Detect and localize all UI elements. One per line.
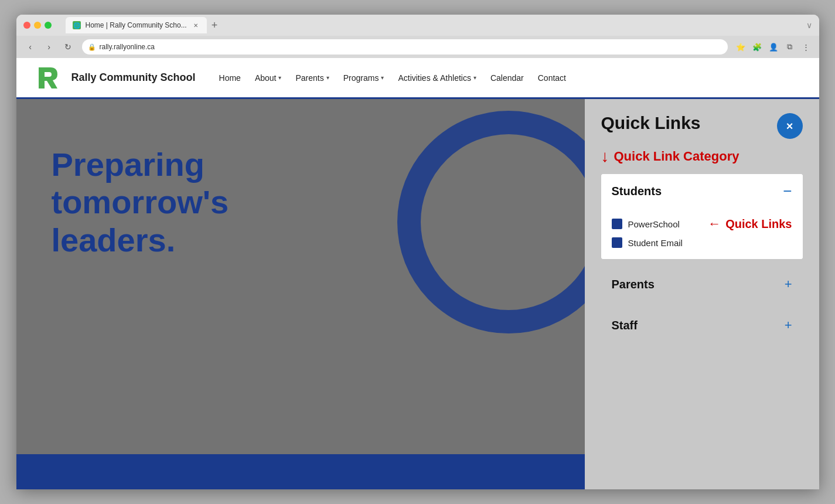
site-name: Rally Community School (71, 71, 196, 84)
quick-links-annotation-label: Quick Links (725, 217, 792, 231)
close-panel-button[interactable]: × (777, 113, 803, 139)
tab-title: Home | Rally Community Scho... (86, 21, 187, 29)
close-window-button[interactable] (23, 22, 30, 29)
extension-icon[interactable]: 🧩 (751, 41, 763, 53)
site-logo: Rally Community School (34, 63, 196, 93)
lock-icon: 🔒 (88, 43, 96, 51)
staff-category-title: Staff (612, 319, 638, 332)
hero-section: Preparing tomorrow's leaders. (16, 99, 585, 489)
fullscreen-window-button[interactable] (45, 22, 52, 29)
active-tab[interactable]: 🌐 Home | Rally Community Scho... ✕ (66, 17, 207, 33)
tab-bar: 🌐 Home | Rally Community Scho... ✕ + (66, 17, 802, 33)
window-controls: ∨ (806, 21, 812, 30)
quick-link-category-label: Quick Link Category (614, 149, 739, 164)
nav-buttons: ‹ › ↻ (23, 40, 75, 54)
quick-links-panel: Quick Links × ↓ Quick Link Category Stud… (585, 99, 819, 489)
panel-header: Quick Links × (601, 113, 803, 139)
students-category-title: Students (612, 185, 662, 198)
nav-parents[interactable]: Parents ▾ (295, 73, 329, 83)
activities-chevron: ▾ (473, 74, 476, 81)
nav-contact[interactable]: Contact (538, 73, 566, 83)
staff-toggle-button[interactable]: + (785, 318, 792, 333)
quick-links-annotation: ← Quick Links (708, 216, 792, 231)
students-links-container: PowerSchool ← Quick Links Student Email (601, 209, 803, 259)
tab-close-button[interactable]: ✕ (192, 21, 200, 29)
staff-category-header[interactable]: Staff + (601, 309, 803, 341)
powerschool-icon (612, 219, 622, 229)
url-bar[interactable]: 🔒 rally.rallyonline.ca (82, 39, 728, 55)
tab-favicon: 🌐 (73, 21, 81, 29)
omnibar: ‹ › ↻ 🔒 rally.rallyonline.ca ⭐ 🧩 👤 ⧉ ⋮ (16, 36, 819, 58)
nav-activities[interactable]: Activities & Athletics ▾ (398, 73, 476, 83)
hero-text: Preparing tomorrow's leaders. (16, 99, 585, 306)
powerschool-label: PowerSchool (628, 219, 680, 229)
main-content: Preparing tomorrow's leaders. Quick Link… (16, 99, 819, 489)
student-email-icon (612, 237, 622, 248)
students-category-header[interactable]: Students − (601, 174, 803, 209)
new-tab-button[interactable]: + (212, 19, 218, 32)
powerschool-link[interactable]: PowerSchool ← Quick Links (612, 213, 792, 234)
url-text: rally.rallyonline.ca (100, 43, 155, 51)
student-email-link[interactable]: Student Email (612, 234, 792, 251)
reload-button[interactable]: ↻ (61, 40, 75, 54)
nav-home[interactable]: Home (219, 73, 241, 83)
panel-title: Quick Links (601, 113, 701, 133)
minimize-window-button[interactable] (34, 22, 41, 29)
student-email-label: Student Email (628, 238, 683, 248)
site-header: Rally Community School Home About ▾ Pare… (16, 58, 819, 99)
profile-icon[interactable]: 👤 (768, 41, 779, 53)
parents-toggle-button[interactable]: + (785, 277, 792, 292)
sidebar-icon[interactable]: ⧉ (784, 41, 796, 53)
hero-bottom-bar (16, 454, 585, 489)
quick-link-category-annotation: ↓ Quick Link Category (601, 148, 803, 165)
back-button[interactable]: ‹ (23, 40, 38, 54)
hero-title: Preparing tomorrow's leaders. (52, 146, 333, 259)
programs-chevron: ▾ (381, 74, 384, 81)
browser-window: 🌐 Home | Rally Community Scho... ✕ + ∨ ‹… (16, 15, 819, 489)
parents-category-title: Parents (612, 278, 655, 291)
about-chevron: ▾ (278, 74, 281, 81)
bookmark-icon[interactable]: ⭐ (735, 41, 747, 53)
traffic-lights (23, 22, 52, 29)
website-content: Rally Community School Home About ▾ Pare… (16, 58, 819, 489)
staff-category: Staff + (601, 309, 803, 341)
parents-category-header[interactable]: Parents + (601, 268, 803, 300)
parents-chevron: ▾ (326, 74, 329, 81)
students-toggle-button[interactable]: − (783, 182, 792, 200)
main-nav: Home About ▾ Parents ▾ Programs ▾ Activi… (219, 73, 802, 83)
nav-about[interactable]: About ▾ (255, 73, 282, 83)
students-category: Students − PowerSchool ← Quick Links (601, 174, 803, 259)
forward-button[interactable]: › (42, 40, 56, 54)
menu-icon[interactable]: ⋮ (800, 41, 812, 53)
logo-mark (34, 63, 64, 93)
parents-category: Parents + (601, 268, 803, 300)
nav-calendar[interactable]: Calendar (490, 73, 524, 83)
nav-programs[interactable]: Programs ▾ (343, 73, 384, 83)
down-arrow-icon: ↓ (601, 148, 609, 165)
browser-actions: ⭐ 🧩 👤 ⧉ ⋮ (735, 41, 812, 53)
left-arrow-icon: ← (708, 216, 721, 231)
title-bar: 🌐 Home | Rally Community Scho... ✕ + ∨ (16, 15, 819, 36)
